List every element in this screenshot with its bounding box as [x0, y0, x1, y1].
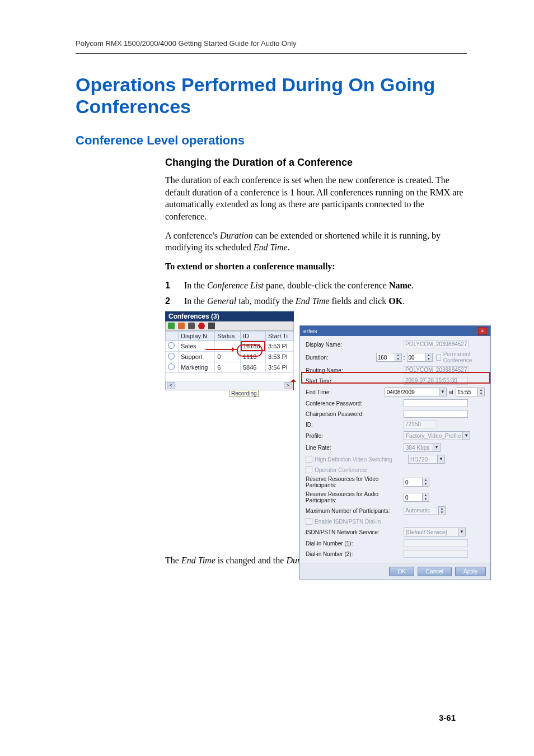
cell-id: 5846 [240, 362, 265, 373]
lbl-conf-pw: Conference Password: [306, 400, 404, 407]
s1-e: . [411, 281, 414, 290]
s2-g: . [402, 296, 405, 306]
lbl-end-time: End Time: [306, 389, 385, 395]
conference-toolbar [165, 321, 294, 331]
lbl-res-audio: Reserve Resources for Audio Participants… [306, 491, 404, 503]
stop-icon[interactable] [208, 323, 215, 329]
cell-status: 0 [215, 352, 241, 362]
s1-b: Conference List [207, 281, 264, 290]
running-header: Polycom RMX 1500/2000/4000 Getting Start… [76, 39, 467, 48]
lbl-profile: Profile: [306, 433, 404, 439]
heading-h2: Conference Level operations [76, 133, 467, 148]
add-icon[interactable] [168, 323, 175, 329]
paragraph-2: A conference's Duration can be extended … [165, 230, 467, 254]
res-video-spin[interactable]: ▲▼ [404, 478, 429, 487]
lbl-chair-pw: Chairperson Password: [306, 411, 404, 417]
lbl-id: ID: [306, 422, 404, 428]
cell-start: 3:53 PI [266, 341, 294, 352]
permanent-checkbox[interactable] [436, 354, 441, 361]
dialog-titlebar[interactable]: erties × [300, 326, 490, 336]
cancel-button[interactable]: Cancel [418, 567, 452, 576]
lbl-dial2: Dial-in Number (2): [306, 551, 404, 557]
delete-icon[interactable] [178, 323, 185, 329]
col-id[interactable]: ID [240, 332, 265, 341]
ok-button[interactable]: OK [389, 567, 414, 576]
horizontal-scrollbar[interactable]: < > [165, 381, 294, 390]
s2-c: tab, modify the [236, 296, 295, 306]
duration-min-input[interactable] [407, 353, 425, 361]
profile-select[interactable]: Factory_Video_Profile▼ [404, 431, 470, 440]
chevron-down-icon: ▼ [437, 455, 444, 463]
lbl-enable-isdn: Enable ISDN/PSTN Dial-in [315, 519, 413, 525]
start-time-field: 2009-07-28 15:55:30 [404, 377, 468, 385]
figure: Conferences (3) Display N Status ID Star… [165, 311, 467, 547]
operator-checkbox [306, 466, 312, 473]
cell-id: 16188 [240, 341, 265, 352]
end-time-input[interactable] [456, 388, 477, 396]
s2-e: fields and click [330, 296, 389, 306]
col-status[interactable]: Status [215, 332, 241, 341]
cell-id: 1113 [240, 352, 265, 362]
table-row[interactable]: Marketing 6 5846 3:54 PI [166, 362, 294, 373]
heading-h1: Operations Performed During On Going Con… [76, 74, 467, 118]
table-row[interactable]: Support 0 1113 3:53 PI [166, 352, 294, 362]
duration-hours-input[interactable] [377, 353, 395, 361]
max-spin[interactable]: ▲▼ [438, 506, 446, 515]
lbl-linerate: Line Rate: [306, 445, 404, 451]
p2-seg-a: A conference's [165, 231, 220, 240]
conference-list-title: Conferences (3) [165, 311, 294, 321]
recording-tooltip: Recording [229, 390, 259, 397]
lbl-duration: Duration: [306, 354, 376, 361]
p2-duration: Duration [220, 231, 253, 240]
scroll-right-button[interactable]: > [284, 382, 292, 389]
gear-icon [168, 342, 175, 349]
lbl-operator: Operator Conference [315, 467, 413, 473]
p2-endtime: End Time [254, 242, 288, 252]
lbl-start-time: Start Time: [306, 378, 404, 384]
s1-a: In the [184, 281, 207, 290]
col-display[interactable]: Display N [179, 332, 215, 341]
chevron-down-icon[interactable]: ▼ [433, 444, 440, 451]
chevron-down-icon[interactable]: ▼ [462, 432, 470, 440]
gear-icon [168, 353, 175, 360]
lbl-res-video: Reserve Resources for Video Participants… [306, 476, 404, 488]
display-name-field: POLYCOM_2039884527 [404, 340, 469, 348]
record-icon[interactable] [198, 323, 205, 329]
duration-min-spin[interactable]: ▲▼ [407, 353, 433, 362]
end-time-spin[interactable]: ▲▼ [456, 388, 485, 396]
isdn-enable-checkbox [306, 518, 312, 525]
step-2: 2 In the General tab, modify the End Tim… [165, 295, 467, 308]
chair-password-field[interactable] [404, 410, 468, 418]
dialog-title-text: erties [303, 328, 317, 334]
col-start[interactable]: Start Ti [266, 332, 294, 341]
cell-name: Support [179, 352, 215, 362]
cell-start: 3:53 PI [266, 352, 294, 362]
pause-icon[interactable] [188, 323, 195, 329]
cell-start: 3:54 PI [266, 362, 294, 373]
duration-hours-spin[interactable]: ▲▼ [376, 353, 402, 362]
apply-button[interactable]: Apply [455, 567, 486, 576]
s1-d: Name [389, 281, 411, 290]
hd-select: HD720▼ [408, 455, 445, 464]
res-audio-spin[interactable]: ▲▼ [404, 493, 429, 502]
heading-h3: Changing the Duration of a Conference [165, 157, 467, 169]
isdn-svc-select[interactable]: [Default Service]▼ [404, 528, 466, 536]
after-a: The [165, 556, 181, 565]
end-date-field[interactable]: 04/08/2009▼ [385, 388, 447, 396]
scroll-left-button[interactable]: < [167, 382, 175, 389]
cell-status: 6 [215, 362, 241, 373]
close-icon[interactable]: × [478, 327, 487, 335]
step-1: 1 In the Conference List pane, double-cl… [165, 279, 467, 292]
lbl-hd: High Definition Video Switching [315, 456, 408, 463]
lbl-max: Maximum Number of Participants: [306, 508, 404, 514]
page-number: 3-61 [439, 713, 456, 722]
chevron-down-icon[interactable]: ▼ [458, 528, 465, 536]
conf-password-field[interactable] [404, 399, 468, 407]
linerate-select[interactable]: 384 Kbps▼ [404, 443, 441, 452]
p2-seg-e: . [288, 242, 290, 252]
chevron-down-icon[interactable]: ▼ [439, 388, 446, 396]
lbl-routing: Routing Name: [306, 367, 404, 374]
max-field: Automatic [404, 507, 437, 515]
lbl-isdn-svc: ISDN/PSTN Network Service: [306, 529, 404, 535]
after-c: is changed and the [216, 556, 287, 565]
